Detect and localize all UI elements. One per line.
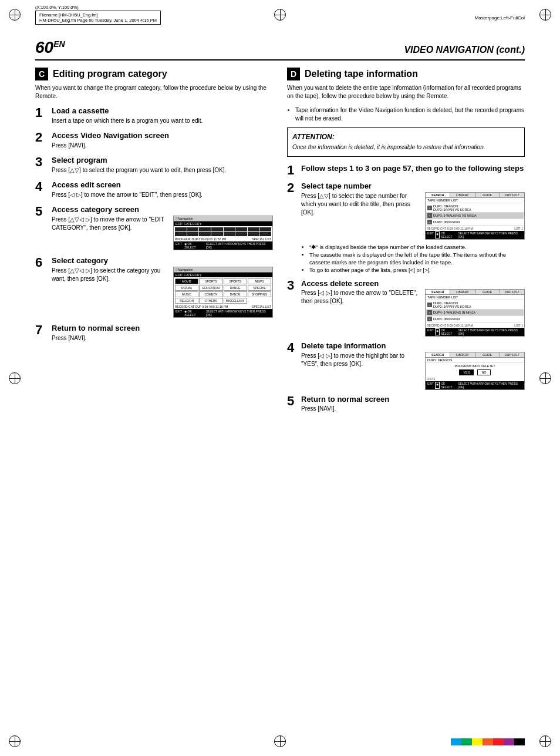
coordinates: (X:100.0%, Y:100.0%) (35, 5, 79, 10)
step-d5-desc: Press [NAVI]. (301, 405, 525, 412)
step-c2: 2 Access Video Navigation screen Press [… (35, 131, 273, 150)
cat-misc: MISCELLANY (224, 298, 247, 304)
masterpage: Masterpage:Left-FullCol (475, 15, 525, 21)
screen-d4-mid: LIST 1 (426, 377, 524, 381)
screen-d2-item2: ▪ DUP3: J-WALKING VS NINJA (426, 213, 524, 219)
screen-c6-label: EDIT CATEGORY (174, 273, 272, 277)
step-c2-desc: Press [NAVI]. (52, 142, 273, 150)
grid-cell (259, 232, 271, 236)
section-d-letter: D (287, 68, 300, 80)
screen-d3-tabs: SEARCH LIBRARY GUIDE DUP 10/17 (426, 290, 524, 295)
step-c6-body: Press [△▽◁ ▷] to select the category you… (52, 267, 273, 318)
d3-item3-icon: ▪ (427, 317, 432, 321)
d4-yn-row: YES NO (427, 369, 523, 375)
reg-mark-bm (274, 735, 286, 747)
step-d4: 4 Delete tape information Press [◁ ▷] to… (287, 341, 525, 390)
reg-mark-mr (539, 372, 551, 384)
grid-cell (211, 232, 223, 236)
section-d-header: D Deleting tape information (287, 68, 525, 80)
screen-d4-footer: EXIT ◉ OK SELECT SELECT WITH ARROW KEYS … (426, 381, 524, 389)
step-c4: 4 Access edit screen Press [◁ ▷] to move… (35, 180, 273, 199)
step-c7-content: Return to normal screen Press [NAVI]. (52, 324, 273, 342)
step-c6-desc: Press [△▽◁ ▷] to select the category you… (52, 267, 168, 283)
step-c5-body: Press [△▽◁ ▷] to move the arrow to "EDIT… (52, 216, 273, 250)
step-d5-number: 5 (287, 395, 298, 408)
section-c-letter: C (35, 68, 48, 80)
screen-d2-mid: RECORD CNT 0:00-0:00 11:16 PM LIST 1 (426, 227, 524, 230)
screen-c6-category-grid: MOVIE SPORTS SPORTS NEWS DRAMA EDUCATION… (174, 277, 272, 305)
screen-c5-grid (175, 227, 271, 236)
tab-search: SEARCH (426, 193, 450, 197)
screen-d3-item3: ▪ DUP4: 08/04/2004 (426, 316, 524, 322)
screen-c6-info: RECORD CNT DUP 0:00-0:00 11:16 PM SPECIA… (174, 305, 272, 308)
filename: Filename [HM-DH5U_Eng.fm] (39, 12, 157, 18)
section-c-intro: When you want to change the program cate… (35, 84, 273, 100)
step-c4-content: Access edit screen Press [◁ ▷] to move t… (52, 180, 273, 199)
grid-cell (224, 232, 235, 236)
step-c7: 7 Return to normal screen Press [NAVI]. (35, 324, 273, 342)
step-d2-body: Press [△▽] to select the tape number for… (301, 192, 525, 240)
screen-d3-mid: RECORD CNT 0:00-0:00 11:16 PM LIST 1 (426, 324, 524, 327)
step-c1: 1 Load a cassette Insert a tape on which… (35, 106, 273, 125)
screen-d3-items: ▪ DUP1: DRAGONDUP2: JAPAN VS KOREA ▪ DUP… (426, 300, 524, 323)
section-c-title: Editing program category (53, 69, 167, 79)
cat-drama: DRAMA (175, 285, 198, 291)
grid-cell (175, 232, 187, 236)
step-c4-desc: Press [◁ ▷] to move the arrow to "EDIT",… (52, 191, 273, 199)
step-c3-desc: Press [△▽] to select the program you wan… (52, 166, 273, 174)
screen-d2-item1: ▪ DUP1: DRAGONDUP2: JAPAN VS KOREA (426, 204, 524, 213)
step-c5-title: Access category screen (52, 205, 273, 214)
grid-cell (199, 232, 211, 236)
cat-others: OTHERS (199, 298, 222, 304)
column-left: C Editing program category When you want… (35, 68, 273, 416)
screen-d3-item2: ▪ DUP4: J-WALKING IN NINJA (426, 310, 524, 316)
section-c-header: C Editing program category (35, 68, 273, 80)
tab-dup: DUP 10/17 (500, 193, 524, 197)
screen-d2-title-row: TAPE NUMBER LIST (426, 198, 524, 203)
step-d5-title: Return to normal screen (301, 395, 525, 404)
color-block-3 (472, 738, 483, 745)
screen-d4-confirm: PROGRAM INFO DELETE? YES NO (426, 363, 524, 377)
tab-d4-library: LIBRARY (450, 352, 475, 357)
step-c1-content: Load a cassette Insert a tape on which t… (52, 106, 273, 125)
reg-mark-ml (9, 372, 21, 384)
d4-yes: YES (459, 369, 474, 375)
grid-cell (235, 232, 247, 236)
step-d5-content: Return to normal screen Press [NAVI]. (301, 395, 525, 412)
color-block-5 (493, 738, 504, 745)
screen-c6: ☆Navigation EDIT CATEGORY MOVIE SPORTS S… (173, 267, 273, 318)
screen-c5-category-label: EDIT CATEGORY (174, 221, 272, 226)
attention-title: ATTENTION: (292, 133, 519, 141)
screen-c6-topbar: ☆Navigation (174, 267, 272, 273)
item3-icon: ▪ (427, 220, 432, 224)
cat-dance: DANCE (224, 285, 247, 291)
tab-d4-search: SEARCH (426, 352, 450, 357)
reg-mark-tl (9, 9, 21, 21)
tab-d3-search: SEARCH (426, 290, 450, 294)
screen-d2-items: ▪ DUP1: DRAGONDUP2: JAPAN VS KOREA ▪ DUP… (426, 203, 524, 226)
step-d3-title: Access delete screen (301, 279, 525, 288)
screen-d4-tabs: SEARCH LIBRARY GUIDE DUP 10/17 (426, 352, 524, 358)
step-c4-title: Access edit screen (52, 180, 273, 189)
reg-mark-tr (539, 9, 551, 21)
step-c6-number: 6 (35, 256, 47, 269)
reg-mark-bl (9, 735, 21, 747)
step-d1-content: Follow steps 1 to 3 on page 57, then go … (301, 164, 525, 174)
step-c3-number: 3 (35, 156, 47, 169)
step-d3-content: Access delete screen Press [◁ ▷] to move… (301, 279, 525, 337)
color-block-4 (483, 738, 493, 745)
d3-item3-text: DUP4: 08/04/2004 (433, 317, 522, 321)
screen-c5: ☆Navigation EDIT CATEGORY (173, 216, 273, 250)
step-d4-number: 4 (287, 341, 298, 354)
step-c1-number: 1 (35, 106, 47, 119)
screen-d3-title-row: TAPE NUMBER LIST (426, 295, 524, 300)
top-bar: Filename [HM-DH5U_Eng.fm] HM-DH5U_Eng.fm… (35, 11, 525, 25)
step-d3-body: Press [◁ ▷] to move the arrow to "DELETE… (301, 289, 525, 337)
cat-sports: SPORTS (199, 278, 222, 284)
step-c7-number: 7 (35, 324, 47, 337)
d4-confirm-text: PROGRAM INFO DELETE? (427, 364, 523, 368)
grid-cell (248, 232, 259, 236)
cat-movie: MOVIE (175, 278, 198, 284)
color-block-2 (461, 738, 472, 745)
step-c7-desc: Press [NAVI]. (52, 334, 273, 342)
